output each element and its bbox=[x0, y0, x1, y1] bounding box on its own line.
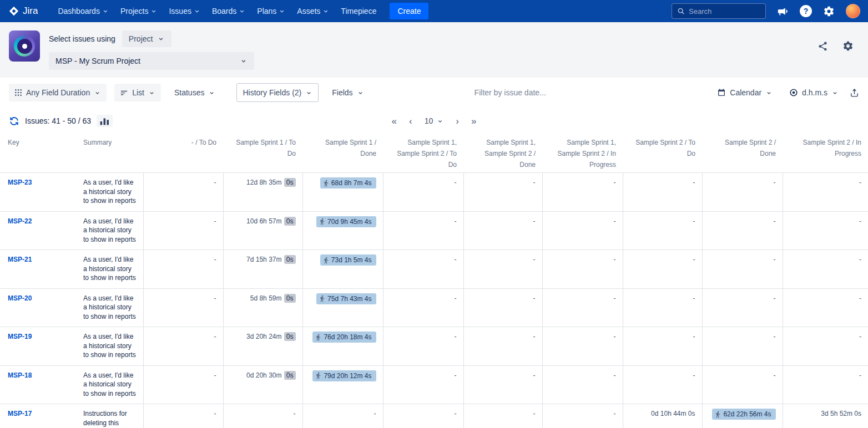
nav-item-assets[interactable]: Assets bbox=[291, 3, 335, 19]
chevron-down-icon bbox=[278, 7, 286, 15]
duration-cell: - bbox=[463, 365, 542, 404]
duration-cell: 79d 20h 12m 4s bbox=[302, 365, 383, 404]
running-duration-badge: 79d 20h 12m 4s bbox=[312, 370, 376, 381]
duration-cell: - bbox=[702, 211, 783, 250]
issue-date-filter-input[interactable] bbox=[377, 88, 704, 97]
jira-logo[interactable]: Jira bbox=[8, 5, 38, 17]
issue-key-link[interactable]: MSP-17 bbox=[8, 410, 32, 417]
duration-cell: - bbox=[143, 365, 223, 404]
duration-cell: - bbox=[143, 173, 223, 212]
duration-cell: - bbox=[702, 365, 783, 404]
report-header: Select issues using Project MSP - My Scr… bbox=[0, 22, 868, 78]
running-duration-badge: 73d 1h 5m 4s bbox=[320, 254, 376, 266]
gear-icon bbox=[823, 6, 835, 17]
list-sort-icon bbox=[120, 89, 128, 97]
issue-row: MSP-19As a user, I'd like a historical s… bbox=[0, 327, 868, 366]
nav-item-plans[interactable]: Plans bbox=[251, 3, 291, 19]
search-box[interactable] bbox=[672, 3, 766, 19]
column-header: Key bbox=[0, 133, 77, 173]
column-header: Summary bbox=[77, 133, 143, 173]
share-button[interactable] bbox=[817, 41, 828, 52]
issue-key-cell: MSP-22 bbox=[0, 211, 77, 250]
chevron-down-icon bbox=[94, 89, 101, 96]
prev-page-button[interactable]: ‹ bbox=[409, 116, 412, 126]
create-button[interactable]: Create bbox=[390, 3, 428, 19]
any-field-duration-dropdown[interactable]: Any Field Duration bbox=[9, 84, 107, 101]
issue-key-link[interactable]: MSP-21 bbox=[8, 256, 32, 263]
issue-summary: As a user, I'd like a historical story t… bbox=[77, 250, 143, 289]
calendar-dropdown[interactable]: Calendar bbox=[711, 84, 778, 101]
issue-key-cell: MSP-21 bbox=[0, 250, 77, 289]
announcement-button[interactable] bbox=[777, 6, 789, 17]
chart-view-button[interactable] bbox=[97, 115, 113, 127]
select-mode-dropdown[interactable]: Project bbox=[122, 30, 172, 47]
search-input[interactable] bbox=[689, 7, 760, 16]
statuses-dropdown[interactable]: Statuses bbox=[169, 84, 221, 101]
chevron-down-icon bbox=[357, 89, 364, 96]
chevron-down-icon bbox=[150, 7, 158, 15]
nav-item-projects[interactable]: Projects bbox=[115, 3, 164, 19]
runner-icon bbox=[319, 218, 326, 225]
issue-summary: As a user, I'd like a historical story t… bbox=[77, 365, 143, 404]
page-size-dropdown[interactable]: 10 bbox=[425, 116, 444, 125]
settings-button[interactable] bbox=[823, 6, 835, 17]
table-header-row: KeySummary- / To DoSample Sprint 1 / To … bbox=[0, 133, 868, 173]
duration-cell: - bbox=[783, 365, 868, 404]
issue-key-link[interactable]: MSP-20 bbox=[8, 294, 32, 302]
user-avatar[interactable] bbox=[846, 4, 860, 18]
duration-cell: - bbox=[143, 404, 223, 428]
next-page-button[interactable]: › bbox=[456, 116, 459, 126]
select-issues-label: Select issues using bbox=[49, 34, 115, 43]
issue-row: MSP-18As a user, I'd like a historical s… bbox=[0, 365, 868, 404]
duration-format-dropdown[interactable]: d.h.m.s bbox=[784, 84, 844, 101]
nav-item-dashboards[interactable]: Dashboards bbox=[52, 3, 115, 19]
column-header: Sample Sprint 1, Sample Sprint 2 / In Pr… bbox=[542, 133, 623, 173]
duration-cell: - bbox=[542, 250, 623, 289]
seconds-chip: 0s bbox=[284, 255, 296, 264]
eye-target-icon bbox=[789, 88, 798, 97]
issue-key-link[interactable]: MSP-22 bbox=[8, 217, 32, 225]
issue-key-cell: MSP-20 bbox=[0, 288, 77, 327]
top-navigation: Jira DashboardsProjectsIssuesBoardsPlans… bbox=[0, 0, 868, 22]
nav-item-boards[interactable]: Boards bbox=[206, 3, 251, 19]
duration-cell: 0d 10h 44m 0s bbox=[623, 404, 702, 428]
issue-key-cell: MSP-17 bbox=[0, 404, 77, 428]
column-header: Sample Sprint 2 / Done bbox=[702, 133, 783, 173]
issue-summary: As a user, I'd like a historical story t… bbox=[77, 327, 143, 366]
last-page-button[interactable]: » bbox=[471, 116, 476, 126]
duration-cell: - bbox=[542, 404, 623, 428]
project-dropdown[interactable]: MSP - My Scrum Project bbox=[49, 52, 254, 70]
duration-cell: 68d 8h 7m 4s bbox=[302, 173, 383, 212]
duration-cell: - bbox=[542, 327, 623, 366]
issue-key-link[interactable]: MSP-18 bbox=[8, 371, 32, 379]
refresh-button[interactable] bbox=[9, 116, 19, 126]
chevron-down-icon bbox=[208, 89, 215, 96]
history-fields-dropdown[interactable]: History Fields (2) bbox=[236, 83, 319, 102]
column-header: Sample Sprint 1, Sample Sprint 2 / To Do bbox=[383, 133, 463, 173]
gear-icon bbox=[842, 40, 854, 52]
jira-logo-text: Jira bbox=[23, 6, 38, 17]
help-button[interactable]: ? bbox=[800, 5, 812, 17]
report-settings-button[interactable] bbox=[842, 40, 854, 52]
chevron-down-icon bbox=[322, 7, 330, 15]
duration-cell: - bbox=[542, 211, 623, 250]
view-mode-dropdown[interactable]: List bbox=[114, 84, 161, 101]
duration-cell: - bbox=[623, 327, 702, 366]
duration-cell: - bbox=[143, 288, 223, 327]
issue-key-link[interactable]: MSP-19 bbox=[8, 333, 32, 340]
nav-item-issues[interactable]: Issues bbox=[163, 3, 206, 19]
nav-item-timepiece[interactable]: Timepiece bbox=[335, 3, 382, 19]
duration-cell: - bbox=[783, 327, 868, 366]
chevron-down-icon bbox=[102, 7, 109, 15]
fields-dropdown[interactable]: Fields bbox=[326, 84, 369, 101]
duration-cell: - bbox=[383, 404, 463, 428]
column-header: Sample Sprint 1 / To Do bbox=[223, 133, 302, 173]
duration-cell: - bbox=[463, 404, 542, 428]
column-header: Sample Sprint 1, Sample Sprint 2 / Done bbox=[463, 133, 542, 173]
duration-cell: - bbox=[623, 211, 702, 250]
duration-cell: - bbox=[463, 327, 542, 366]
first-page-button[interactable]: « bbox=[392, 116, 397, 126]
running-duration-badge: 76d 20h 18m 4s bbox=[312, 332, 376, 343]
issue-key-link[interactable]: MSP-23 bbox=[8, 179, 32, 186]
export-button[interactable] bbox=[850, 88, 859, 98]
